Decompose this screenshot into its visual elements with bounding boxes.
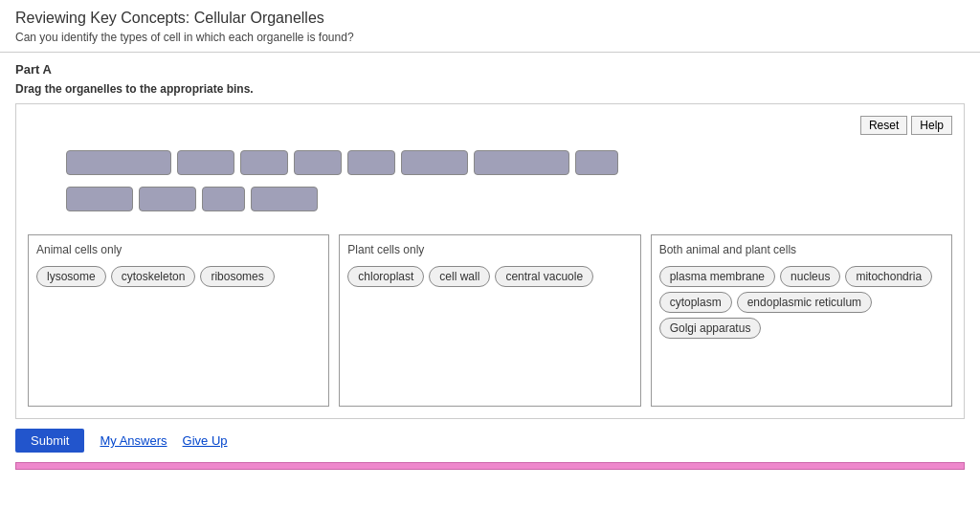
bins-row: Animal cells only lysosome cytoskeleton … [28,234,952,407]
drag-chip[interactable] [575,150,618,175]
page-subtitle: Can you identify the types of cell in wh… [15,31,965,44]
chip-cytoskeleton[interactable]: cytoskeleton [111,266,196,287]
pink-bar [15,462,965,470]
chip-chloroplast[interactable]: chloroplast [347,266,424,287]
top-bar: Reset Help [28,116,952,135]
instruction: Drag the organelles to the appropriate b… [0,80,980,103]
bin-animal-only-title: Animal cells only [36,243,321,256]
drag-chip[interactable] [474,150,569,175]
activity-box: Reset Help Animal cells only lysosome cy… [15,103,965,419]
drag-chip[interactable] [347,150,395,175]
chip-cell-wall[interactable]: cell wall [429,266,490,287]
bin-plant-only[interactable]: Plant cells only chloroplast cell wall c… [339,234,640,407]
bin-both-title: Both animal and plant cells [659,243,944,256]
chip-central-vacuole[interactable]: central vacuole [495,266,593,287]
drag-chip[interactable] [294,150,342,175]
chip-golgi-apparatus[interactable]: Golgi apparatus [659,318,762,339]
page-header: Reviewing Key Concepts: Cellular Organel… [0,0,980,53]
chip-lysosome[interactable]: lysosome [36,266,106,287]
bin-both[interactable]: Both animal and plant cells plasma membr… [651,234,952,407]
drag-chip[interactable] [177,150,234,175]
drag-source-area [28,143,952,219]
bottom-bar: Submit My Answers Give Up [0,419,980,462]
drag-chip[interactable] [202,187,245,211]
bin-plant-only-chips: chloroplast cell wall central vacuole [347,266,632,287]
submit-button[interactable]: Submit [15,429,84,453]
chip-endoplasmic-reticulum[interactable]: endoplasmic reticulum [737,292,872,313]
reset-button[interactable]: Reset [860,116,907,135]
drag-chip[interactable] [240,150,288,175]
chip-cytoplasm[interactable]: cytoplasm [659,292,732,313]
chip-nucleus[interactable]: nucleus [780,266,840,287]
drag-chip[interactable] [66,187,133,211]
bin-both-chips: plasma membrane nucleus mitochondria cyt… [659,266,944,339]
drag-chip[interactable] [66,150,171,175]
chip-mitochondria[interactable]: mitochondria [845,266,932,287]
chip-plasma-membrane[interactable]: plasma membrane [659,266,775,287]
bin-animal-only-chips: lysosome cytoskeleton ribosomes [36,266,321,287]
drag-chip[interactable] [251,187,318,211]
part-label: Part A [0,53,980,80]
help-button[interactable]: Help [911,116,952,135]
drag-chip[interactable] [401,150,468,175]
bin-plant-only-title: Plant cells only [347,243,632,256]
my-answers-button[interactable]: My Answers [100,433,167,448]
give-up-button[interactable]: Give Up [183,433,228,448]
drag-chip[interactable] [139,187,196,211]
chip-ribosomes[interactable]: ribosomes [200,266,274,287]
bin-animal-only[interactable]: Animal cells only lysosome cytoskeleton … [28,234,329,407]
page-title: Reviewing Key Concepts: Cellular Organel… [15,10,965,27]
